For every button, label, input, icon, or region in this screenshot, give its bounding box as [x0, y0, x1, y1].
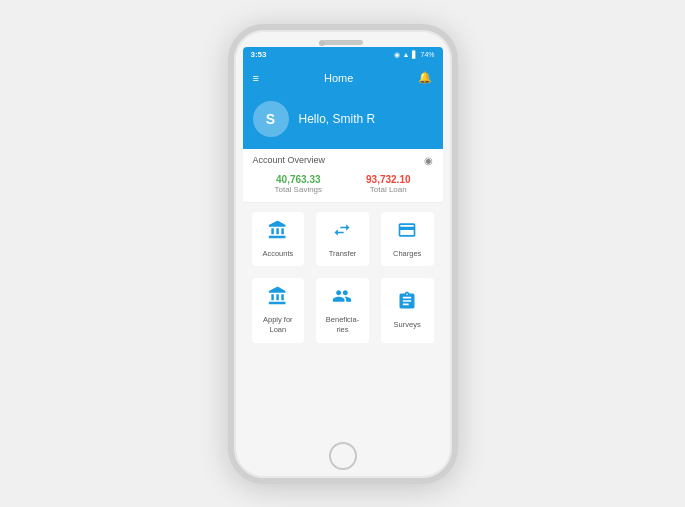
account-overview-header: Account Overview ◉: [243, 149, 443, 170]
apply-loan-label: Apply forLoan: [263, 315, 293, 335]
charges-icon: [397, 220, 417, 245]
transfer-label: Transfer: [329, 249, 357, 259]
savings-label: Total Savings: [274, 185, 322, 194]
eye-icon: ◉: [394, 51, 400, 59]
status-bar: 3:53 ◉ ▲ ▋ 74%: [243, 47, 443, 63]
menu-item-transfer[interactable]: Transfer: [316, 212, 369, 267]
bell-icon[interactable]: 🔔: [418, 71, 432, 84]
menu-item-beneficiaries[interactable]: Beneficia-ries: [316, 278, 369, 343]
phone-frame: 3:53 ◉ ▲ ▋ 74% ≡ Home 🔔 S Hello, Smith R…: [228, 24, 458, 484]
accounts-label: Accounts: [262, 249, 293, 259]
loan-stat: 93,732.10 Total Loan: [366, 174, 411, 194]
surveys-label: Surveys: [394, 320, 421, 330]
charges-label: Charges: [393, 249, 421, 259]
beneficiaries-icon: [332, 286, 352, 311]
loan-value: 93,732.10: [366, 174, 411, 185]
menu-item-accounts[interactable]: Accounts: [252, 212, 305, 267]
surveys-icon: [397, 291, 417, 316]
menu-item-surveys[interactable]: Surveys: [381, 278, 434, 343]
transfer-icon: [332, 220, 352, 245]
account-overview-label: Account Overview: [253, 155, 326, 165]
account-stats: 40,763.33 Total Savings 93,732.10 Total …: [243, 170, 443, 203]
menu-grid: Accounts Transfer: [249, 209, 437, 346]
avatar: S: [253, 101, 289, 137]
status-icons: ◉ ▲ ▋ 74%: [394, 51, 435, 59]
status-time: 3:53: [251, 50, 267, 59]
loan-icon: [268, 286, 288, 311]
visibility-icon[interactable]: ◉: [424, 155, 433, 166]
signal-icon: ▋: [412, 51, 417, 59]
wifi-icon: ▲: [403, 51, 410, 58]
menu-item-charges[interactable]: Charges: [381, 212, 434, 267]
savings-value: 40,763.33: [274, 174, 322, 185]
accounts-icon: [268, 220, 288, 245]
phone-screen: 3:53 ◉ ▲ ▋ 74% ≡ Home 🔔 S Hello, Smith R…: [243, 47, 443, 432]
camera: [319, 40, 325, 46]
battery-text: 74%: [420, 51, 434, 58]
menu-section: Accounts Transfer: [243, 203, 443, 432]
page-title: Home: [324, 72, 353, 84]
top-bar: ≡ Home 🔔: [243, 63, 443, 93]
beneficiaries-label: Beneficia-ries: [326, 315, 359, 335]
menu-icon[interactable]: ≡: [253, 72, 259, 84]
avatar-letter: S: [266, 111, 275, 127]
loan-label: Total Loan: [366, 185, 411, 194]
home-button[interactable]: [329, 442, 357, 470]
speaker: [323, 40, 363, 45]
savings-stat: 40,763.33 Total Savings: [274, 174, 322, 194]
menu-item-apply-for-loan[interactable]: Apply forLoan: [252, 278, 305, 343]
greeting-section: S Hello, Smith R: [243, 93, 443, 149]
greeting-text: Hello, Smith R: [299, 112, 376, 126]
